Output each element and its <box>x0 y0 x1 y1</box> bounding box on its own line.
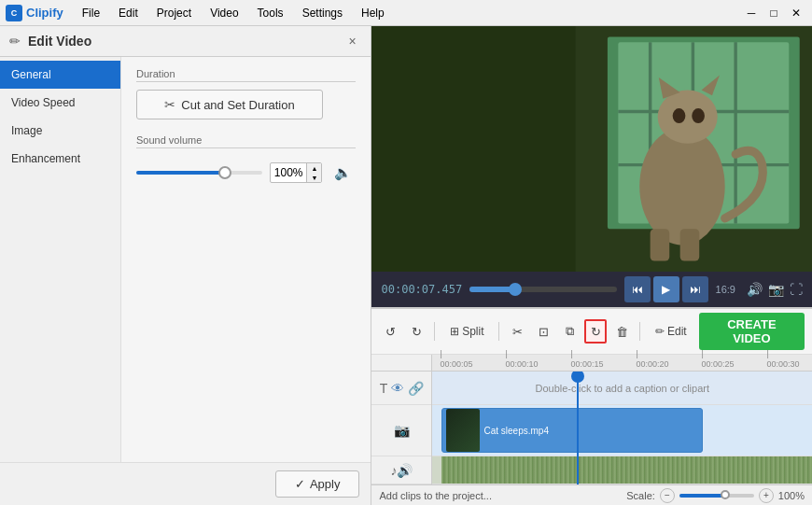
toolbar-separator-3 <box>639 322 640 341</box>
tick-20s: 00:00:20 <box>636 349 668 369</box>
apply-button[interactable]: ✓ Apply <box>275 470 360 498</box>
sidebar-item-general[interactable]: General <box>0 61 120 89</box>
dialog-close-button[interactable]: × <box>343 32 361 50</box>
edit-button[interactable]: ✏ Edit <box>647 321 695 342</box>
progress-thumb[interactable] <box>509 283 522 296</box>
app-logo-icon: C <box>6 5 22 21</box>
volume-arrows: ▲ ▼ <box>306 163 321 182</box>
eye-icon-caption[interactable]: 👁 <box>391 381 404 396</box>
checkmark-icon: ✓ <box>295 477 305 491</box>
scale-slider-thumb[interactable] <box>721 490 730 499</box>
ruler-content: 00:00:05 00:00:10 00:00:15 00:00:20 00:0… <box>432 355 812 371</box>
tick-10s: 00:00:10 <box>505 349 538 369</box>
maximize-button[interactable]: □ <box>763 3 784 23</box>
transport-controls: ⏮ ▶ ⏭ <box>624 276 708 302</box>
undo-button[interactable]: ↺ <box>379 319 401 344</box>
svg-point-14 <box>693 108 706 123</box>
duration-section-label: Duration <box>136 68 356 82</box>
progress-bar[interactable] <box>469 287 616 292</box>
video-track-label: 📷 <box>371 405 431 456</box>
volume-up-button[interactable]: ▲ <box>306 163 321 173</box>
menu-help[interactable]: Help <box>354 5 392 21</box>
dialog-sidebar: General Video Speed Image Enhancement <box>0 57 121 462</box>
redo-button[interactable]: ↻ <box>405 319 427 344</box>
sidebar-item-video-speed[interactable]: Video Speed <box>0 89 120 117</box>
minimize-button[interactable]: ─ <box>741 3 762 23</box>
tick-25s: 00:00:25 <box>701 349 734 369</box>
add-clips-label: Add clips to the project... <box>379 490 491 501</box>
mute-button[interactable]: 🔈 <box>329 160 356 186</box>
menu-file[interactable]: File <box>75 5 107 21</box>
rotate-button[interactable]: ↻ <box>584 319 607 344</box>
clip-thumb-inner <box>446 409 480 452</box>
menu-project[interactable]: Project <box>149 5 199 21</box>
scissors-icon: ✂ <box>164 97 175 112</box>
dialog-title: Edit Video <box>28 34 91 49</box>
menu-bar: C Clipify File Edit Project Video Tools … <box>0 0 812 26</box>
snapshot-icon[interactable]: 📷 <box>768 282 784 297</box>
caption-hint: Double-click to add a caption or clipart <box>535 383 708 394</box>
split-button[interactable]: ⊞ Split <box>441 321 492 342</box>
volume-down-button[interactable]: ▼ <box>306 173 321 182</box>
sound-control: 100% ▲ ▼ 🔈 <box>136 156 356 189</box>
delete-button[interactable]: 🗑 <box>610 319 633 344</box>
volume-input: 100% ▲ ▼ <box>270 162 323 183</box>
fullscreen-icon[interactable]: ⛶ <box>790 282 803 297</box>
progress-fill <box>469 287 513 292</box>
scale-slider-fill <box>679 494 724 498</box>
menu-edit[interactable]: Edit <box>111 5 146 21</box>
cut-and-set-duration-button[interactable]: ✂ Cut and Set Duration <box>136 90 323 119</box>
svg-point-10 <box>658 91 718 144</box>
volume-icon-track[interactable]: 🔊 <box>397 463 413 478</box>
sidebar-item-image[interactable]: Image <box>0 117 120 145</box>
volume-slider-thumb[interactable] <box>218 166 231 179</box>
edit-label: Edit <box>667 325 687 338</box>
video-clip[interactable]: Cat sleeps.mp4 <box>441 408 703 453</box>
clip-thumbnail <box>446 409 480 452</box>
volume-icon[interactable]: 🔊 <box>747 282 763 297</box>
timeline-area: ↺ ↻ ⊞ Split ✂ ⊡ ⧉ ↻ 🗑 ✏ Edit CREATE VIDE <box>371 307 812 505</box>
menu-video[interactable]: Video <box>203 5 245 21</box>
crop-button[interactable]: ⊡ <box>532 319 554 344</box>
zoom-in-button[interactable]: + <box>759 488 774 503</box>
video-frame-svg <box>371 26 812 272</box>
timeline-toolbar: ↺ ↻ ⊞ Split ✂ ⊡ ⧉ ↻ 🗑 ✏ Edit CREATE VIDE <box>371 309 812 355</box>
timeline-tracks: T 👁 🔗 📷 ♪ 🔊 <box>371 372 812 484</box>
dialog-body: General Video Speed Image Enhancement Du… <box>0 57 371 462</box>
sound-volume-label: Sound volume <box>136 134 356 148</box>
scale-label: Scale: <box>626 490 655 501</box>
svg-rect-1 <box>371 26 576 272</box>
scale-percent: 100% <box>778 490 805 501</box>
split-label: Split <box>462 325 483 338</box>
caption-track[interactable]: Double-click to add a caption or clipart <box>432 372 812 405</box>
sidebar-item-enhancement[interactable]: Enhancement <box>0 145 120 173</box>
video-track[interactable]: Cat sleeps.mp4 <box>432 405 812 456</box>
volume-slider-track[interactable] <box>136 171 262 175</box>
next-button[interactable]: ⏭ <box>682 276 708 302</box>
zoom-out-button[interactable]: − <box>660 488 675 503</box>
edit-icon-toolbar: ✏ <box>655 325 665 338</box>
cut-button[interactable]: ✂ <box>506 319 528 344</box>
create-video-button[interactable]: CREATE VIDEO <box>699 313 805 350</box>
window-controls: ─ □ ✕ <box>741 3 806 23</box>
svg-point-13 <box>673 108 686 123</box>
close-button[interactable]: ✕ <box>786 3 806 23</box>
edit-panel: ✏ Edit Video × General Video Speed Image… <box>0 26 371 505</box>
menu-tools[interactable]: Tools <box>250 5 291 21</box>
text-icon: T <box>380 381 388 396</box>
status-bar: Add clips to the project... Scale: − + 1… <box>371 484 812 505</box>
split-icon: ⊞ <box>450 325 459 338</box>
prev-button[interactable]: ⏮ <box>624 276 651 302</box>
toolbar-separator-2 <box>498 322 499 341</box>
duplicate-button[interactable]: ⧉ <box>558 319 581 344</box>
svg-rect-15 <box>651 229 670 260</box>
dialog-header: ✏ Edit Video × <box>0 26 371 57</box>
track-labels: T 👁 🔗 📷 ♪ 🔊 <box>371 372 432 484</box>
camera-icon: 📷 <box>394 423 410 438</box>
scale-slider[interactable] <box>679 494 754 498</box>
audio-track-label: ♪ 🔊 <box>371 456 431 484</box>
audio-track[interactable] <box>432 456 812 484</box>
play-button[interactable]: ▶ <box>653 276 679 302</box>
link-icon-caption[interactable]: 🔗 <box>408 381 424 396</box>
menu-settings[interactable]: Settings <box>295 5 350 21</box>
